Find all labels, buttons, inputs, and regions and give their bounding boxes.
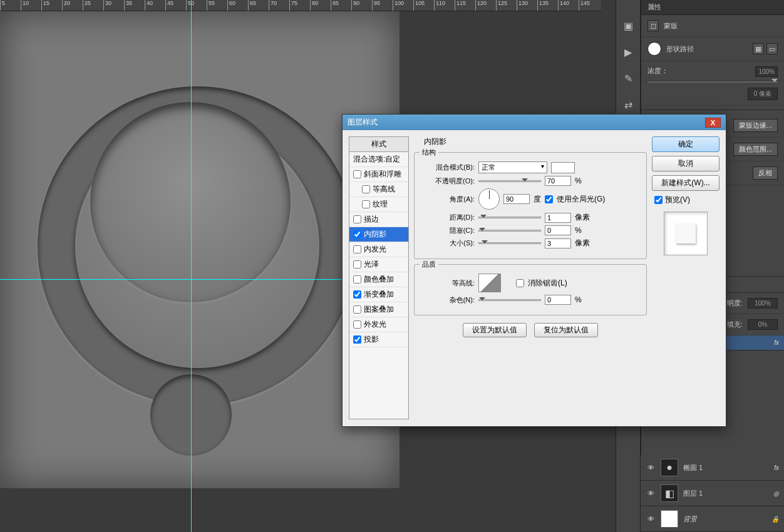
size-input[interactable] <box>545 238 571 248</box>
layer-thumb-bg[interactable] <box>661 510 678 528</box>
px-unit2: 像素 <box>575 238 590 248</box>
choke-input[interactable] <box>545 225 571 235</box>
bevel-checkbox[interactable] <box>353 170 361 178</box>
pixel-mask-icon[interactable]: ▦ <box>753 43 764 54</box>
size-slider[interactable] <box>478 242 541 244</box>
blend-options-item[interactable]: 混合选项:自定 <box>349 152 408 167</box>
dialog-right: 确定 取消 新建样式(W)... 预览(V) <box>652 136 720 419</box>
preview-checkbox[interactable] <box>654 196 663 204</box>
vertical-guide[interactable] <box>191 0 192 532</box>
vector-mask-icon[interactable]: ▭ <box>766 43 778 54</box>
distance-input[interactable] <box>545 213 571 223</box>
swap-icon[interactable]: ⇄ <box>621 98 635 111</box>
ruler-tick: 10 <box>21 0 41 11</box>
use-global-label: 使用全局光(G) <box>557 194 605 205</box>
angle-dial[interactable] <box>478 188 500 210</box>
density-slider[interactable] <box>647 81 778 83</box>
close-button[interactable]: X <box>705 118 721 128</box>
mask-icon[interactable]: ◻ <box>647 20 659 31</box>
stroke-checkbox[interactable] <box>353 215 361 223</box>
artwork-inset-circle <box>90 102 291 302</box>
opacity-input[interactable] <box>545 176 571 186</box>
ok-button[interactable]: 确定 <box>652 136 720 152</box>
fx-badge[interactable]: fx <box>774 339 779 346</box>
noise-slider[interactable] <box>478 299 541 301</box>
invert-button[interactable]: 反相 <box>753 166 778 180</box>
color-range-button[interactable]: 颜色范围... <box>733 143 778 156</box>
visibility-toggle-icon[interactable]: 👁 <box>646 464 656 471</box>
blend-mode-select[interactable]: 正常 <box>478 161 547 173</box>
ruler-tick: 15 <box>41 0 62 11</box>
inner-glow-checkbox[interactable] <box>353 245 361 253</box>
texture-item[interactable]: 纹理 <box>349 197 408 212</box>
density-input[interactable]: 100% <box>755 66 778 77</box>
shape-swatch-icon[interactable] <box>647 42 661 56</box>
layer-layer1[interactable]: 👁 ◧ 图层 1 ◎ <box>641 481 784 506</box>
satin-item[interactable]: 光泽 <box>349 257 408 272</box>
distance-slider[interactable] <box>478 217 541 218</box>
satin-checkbox[interactable] <box>353 260 361 269</box>
contour-checkbox[interactable] <box>362 185 370 193</box>
layer-thumb-layer1[interactable]: ◧ <box>661 484 678 502</box>
choke-slider[interactable] <box>478 230 541 232</box>
pattern-overlay-item[interactable]: 图案叠加 <box>349 302 408 317</box>
visibility-toggle-icon[interactable]: 👁 <box>646 489 656 497</box>
brush-icon[interactable]: ✎ <box>621 71 635 85</box>
new-style-button[interactable]: 新建样式(W)... <box>652 175 720 191</box>
visibility-toggle-icon[interactable]: 👁 <box>646 515 656 523</box>
cancel-button[interactable]: 取消 <box>652 156 720 171</box>
antialias-label: 消除锯齿(L) <box>528 278 567 289</box>
px-unit: 像素 <box>575 212 590 223</box>
history-icon[interactable]: ▣ <box>621 19 635 33</box>
angle-input[interactable] <box>503 194 530 204</box>
stroke-item[interactable]: 描边 <box>349 212 408 227</box>
contour-picker[interactable] <box>478 274 501 292</box>
gradient-overlay-checkbox[interactable] <box>353 290 361 299</box>
mask-header: ◻ 蒙版 <box>641 15 784 37</box>
pattern-overlay-checkbox[interactable] <box>353 305 361 314</box>
layer-background[interactable]: 👁 背景 🔒 <box>641 506 784 532</box>
ruler-tick: 5 <box>0 0 21 11</box>
layer-fill-input[interactable]: 0% <box>748 319 778 330</box>
layer-opacity-input[interactable]: 100% <box>748 298 778 309</box>
reset-default-button[interactable]: 复位为默认值 <box>534 323 598 337</box>
outer-glow-checkbox[interactable] <box>353 320 361 329</box>
noise-label: 杂色(N): <box>421 295 475 305</box>
bevel-item[interactable]: 斜面和浮雕 <box>349 167 408 182</box>
contour-item[interactable]: 等高线 <box>349 182 408 197</box>
layer-name-layer1: 图层 1 <box>683 489 703 498</box>
dialog-titlebar[interactable]: 图层样式 X <box>343 115 726 130</box>
shadow-color-chip[interactable] <box>551 162 575 173</box>
color-overlay-item[interactable]: 颜色叠加 <box>349 272 408 287</box>
color-overlay-checkbox[interactable] <box>353 275 361 284</box>
styles-header[interactable]: 样式 <box>349 137 408 152</box>
distance-label: 距离(D): <box>421 213 475 222</box>
drop-shadow-item[interactable]: 投影 <box>349 332 408 347</box>
noise-input[interactable] <box>545 295 571 305</box>
properties-tab[interactable]: 属性 <box>641 0 784 15</box>
opacity-slider[interactable] <box>478 180 541 182</box>
play-icon[interactable]: ▶ <box>621 45 635 59</box>
use-global-light-checkbox[interactable] <box>545 195 553 203</box>
fx-badge-ellipse[interactable]: fx <box>774 464 779 471</box>
lock-icon: 🔒 <box>771 516 779 523</box>
ruler-tick: 30 <box>103 0 124 11</box>
drop-shadow-checkbox[interactable] <box>353 335 361 344</box>
inner-shadow-item[interactable]: 内阴影 <box>349 227 408 242</box>
inner-glow-item[interactable]: 内发光 <box>349 242 408 257</box>
texture-checkbox[interactable] <box>362 200 370 208</box>
layer-ellipse[interactable]: 👁 ● 椭圆 1 fx <box>641 455 784 481</box>
quality-fieldset: 品质 等高线: 消除锯齿(L) 杂色(N): % <box>414 264 647 315</box>
inner-shadow-checkbox[interactable] <box>353 230 361 238</box>
outer-glow-item[interactable]: 外发光 <box>349 317 408 332</box>
layer-thumb-ellipse[interactable]: ● <box>661 459 678 476</box>
smart-object-icon: ◎ <box>773 490 779 497</box>
antialias-checkbox[interactable] <box>516 279 524 287</box>
gradient-overlay-item[interactable]: 渐变叠加 <box>349 287 408 302</box>
size-label: 大小(S): <box>421 238 475 248</box>
canvas-area[interactable] <box>0 11 400 488</box>
set-default-button[interactable]: 设置为默认值 <box>463 323 527 337</box>
feather-input[interactable]: 0 像素 <box>748 88 778 100</box>
fill-label: 填充: <box>727 320 743 329</box>
mask-edge-button[interactable]: 蒙版边缘... <box>733 119 778 132</box>
